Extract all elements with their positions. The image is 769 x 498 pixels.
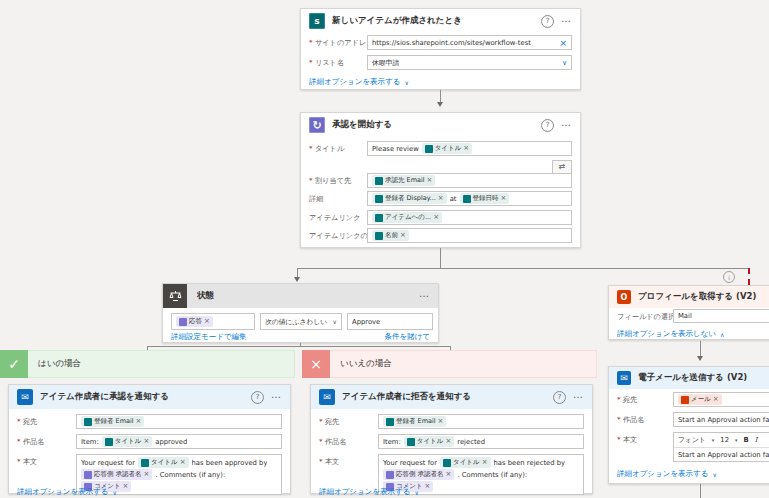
help-icon[interactable]: ? [541,15,554,28]
get-profile-header[interactable]: O プロフィールを取得する (V2) [609,286,769,308]
select-fields-input[interactable]: Mail [673,309,769,323]
dynamic-token[interactable]: 応答 × [176,316,213,327]
token-remove-icon[interactable]: × [136,418,142,425]
rich-text-toolbar[interactable]: フォント ▾ 12 ▾ B I [674,433,769,448]
help-icon[interactable]: ? [541,119,554,132]
dynamic-token[interactable]: 登録者 Email × [383,416,446,427]
token-remove-icon[interactable]: × [438,418,444,425]
info-icon[interactable]: i [723,271,735,283]
italic-button[interactable]: I [755,436,758,444]
notify-rejected-card[interactable]: ✉ アイテム作成者に拒否を通知する ? … 宛先 登録者 Email × 作品名… [310,384,593,494]
approvals-icon [386,471,394,479]
token-remove-icon[interactable]: × [482,459,488,466]
dynamic-token[interactable]: 登録日時 × [460,193,510,204]
dynamic-token[interactable]: 名前 × [372,230,409,241]
condition-value: Approve [352,318,380,326]
details-input[interactable]: 登録者 Display... × at 登録日時 × [367,191,572,206]
menu-icon[interactable]: … [419,292,430,301]
email-subject-row: 作品名 Start an Approval action failed [617,412,769,427]
font-size-select[interactable]: 12 [720,436,729,444]
dynamic-token[interactable]: アイテムへの... × [372,212,442,223]
menu-icon[interactable]: … [271,393,282,402]
token-remove-icon[interactable]: × [204,318,210,325]
get-profile-card[interactable]: O プロフィールを取得する (V2) フィールドの選択 Mail 詳細オプション… [608,285,769,340]
notify-approved-card[interactable]: ✉ アイテム作成者に承認を通知する ? … 宛先 登録者 Email × 作品名… [8,384,291,494]
dynamic-token[interactable]: 応答側 承認者名 × [383,469,454,480]
item-link-desc-input[interactable]: 名前 × [367,228,572,243]
token-remove-icon[interactable]: × [425,483,431,490]
condition-operator-select[interactable]: 次の値にふさわしい ∨ [260,313,342,330]
condition-value-input[interactable]: Approve [347,313,433,330]
dynamic-token[interactable]: タイトル × [102,436,152,447]
advanced-options-link[interactable]: 詳細オプションを表示する ∨ [17,487,117,497]
trigger-advanced-link[interactable]: 詳細オプションを表示する ∨ [309,77,409,87]
trigger-card[interactable]: s 新しいアイテムが作成されたとき ? … サイトのアドレス https://s… [300,8,581,90]
list-name-select[interactable]: 休暇申請 ∨ [367,55,572,70]
chevron-down-icon[interactable]: ∨ [562,59,567,67]
approval-title-input[interactable]: Please review タイトル × [367,141,572,156]
to-input[interactable]: 登録者 Email × [378,414,584,429]
hide-advanced-link[interactable]: 詳細オプションを表示しない ∧ [617,329,725,339]
send-email-header[interactable]: ✉ 電子メールを送信する (V2) [609,367,769,389]
condition-card-header[interactable]: 状態 … [163,284,438,308]
add-condition-link[interactable]: 条件を賭けて [384,332,430,342]
menu-icon[interactable]: … [573,393,584,402]
notify-approved-title: アイテム作成者に承認を通知する [40,391,244,403]
trigger-card-header[interactable]: s 新しいアイテムが作成されたとき ? … [301,9,580,33]
advanced-options-link[interactable]: 詳細オプションを表示する ∨ [617,469,717,479]
site-address-input[interactable]: https://sios.sharepoint.com/sites/workfl… [367,35,572,50]
if-yes-branch-header[interactable]: ✓ はいの場合 [0,350,295,378]
token-remove-icon[interactable]: × [433,214,439,221]
subject-input[interactable]: Item: タイトル × approved [76,434,282,449]
email-to-input[interactable]: メール × [673,392,769,407]
dynamic-token[interactable]: 登録者 Email × [81,416,144,427]
menu-icon[interactable]: … [561,17,572,26]
subject-input[interactable]: Item: タイトル × rejected [378,434,584,449]
notify-rejected-header[interactable]: ✉ アイテム作成者に拒否を通知する ? … [311,385,592,409]
expand-editor-button[interactable]: ⇄ [552,160,572,174]
token-remove-icon[interactable]: × [427,177,433,184]
approval-card[interactable]: ↻ 承認を開始する ? … タイトル Please review タイトル × … [300,112,581,248]
sharepoint-icon [84,418,92,426]
token-remove-icon[interactable]: × [180,459,186,466]
dynamic-token[interactable]: 登録者 Display... × [372,193,447,204]
token-remove-icon[interactable]: × [400,232,406,239]
dynamic-token[interactable]: タイトル × [422,143,472,154]
token-remove-icon[interactable]: × [713,396,719,403]
rich-text-editor[interactable]: フォント ▾ 12 ▾ B I Start an Approval action… [673,432,769,462]
menu-icon[interactable]: … [561,121,572,130]
help-icon[interactable]: ? [251,391,264,404]
dynamic-token[interactable]: 応答側 承認者名 × [81,469,152,480]
if-no-branch-header[interactable]: × いいえの場合 [302,350,597,378]
dynamic-token[interactable]: タイトル × [404,436,454,447]
clear-icon[interactable]: × [559,38,567,48]
approval-title: 承認を開始する [332,119,534,131]
bold-button[interactable]: B [744,436,749,444]
token-remove-icon[interactable]: × [445,438,451,445]
token-remove-icon[interactable]: × [144,471,150,478]
font-select[interactable]: フォント [678,435,706,445]
help-icon[interactable]: ? [553,391,566,404]
token-remove-icon[interactable]: × [123,483,129,490]
condition-operand-input[interactable]: 応答 × [171,313,255,330]
check-icon: ✓ [0,350,28,378]
dynamic-token[interactable]: タイトル × [440,457,490,468]
token-remove-icon[interactable]: × [438,195,444,202]
dynamic-token[interactable]: メール × [678,394,722,405]
item-link-input[interactable]: アイテムへの... × [367,210,572,225]
token-remove-icon[interactable]: × [501,195,507,202]
send-email-card[interactable]: ✉ 電子メールを送信する (V2) 宛先 メール × 作品名 Start an … [608,366,769,484]
approval-card-header[interactable]: ↻ 承認を開始する ? … [301,113,580,137]
token-remove-icon[interactable]: × [143,438,149,445]
notify-approved-header[interactable]: ✉ アイテム作成者に承認を通知する ? … [9,385,290,409]
token-remove-icon[interactable]: × [446,471,452,478]
dynamic-token[interactable]: 承認先 Email × [372,175,435,186]
condition-card[interactable]: 状態 … 応答 × 次の値にふさわしい ∨ Approve 詳細設定モードで編集… [162,283,439,343]
token-remove-icon[interactable]: × [463,145,469,152]
edit-advanced-mode-link[interactable]: 詳細設定モードで編集 [171,332,247,342]
dynamic-token[interactable]: タイトル × [138,457,188,468]
email-subject-input[interactable]: Start an Approval action failed [673,412,769,427]
advanced-options-link[interactable]: 詳細オプションを表示する ∨ [319,487,419,497]
assigned-to-input[interactable]: 承認先 Email × [367,173,572,188]
to-input[interactable]: 登録者 Email × [76,414,282,429]
